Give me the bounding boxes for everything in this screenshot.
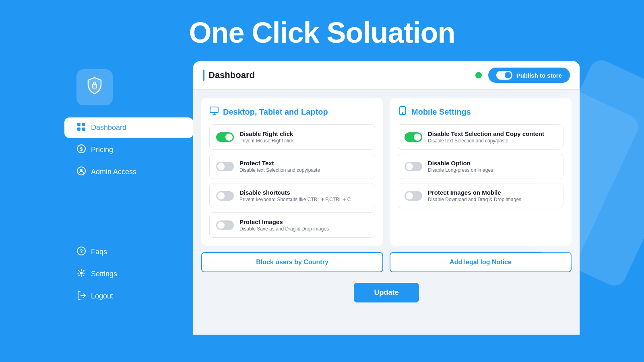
dashboard-icon	[76, 122, 86, 133]
desktop-column: Desktop, Tablet and Laptop Disable Right…	[201, 98, 383, 246]
toggle-disable-right-click[interactable]	[216, 132, 234, 142]
logout-icon	[76, 291, 86, 302]
svg-rect-3	[82, 123, 85, 126]
sidebar-item-admin-access[interactable]: Admin Access	[64, 162, 193, 182]
setting-disable-text-selection: Disable Text Selection and Copy content …	[398, 124, 564, 150]
svg-rect-5	[82, 128, 85, 131]
setting-protect-text: Protect Text Disable text Selection and …	[209, 154, 375, 179]
toggle-protect-images-mobile[interactable]	[405, 191, 422, 201]
publish-toggle-switch	[496, 71, 512, 80]
setting-desc: Privent keyboard Shortcuts like CTRL + P…	[239, 197, 368, 202]
dashboard-title-container: Dashboard	[203, 70, 255, 81]
setting-disable-right-click: Disable Right click Privent Mouse Right …	[209, 124, 375, 150]
logo-box	[76, 69, 113, 105]
setting-info: Disable shortcuts Privent keyboard Short…	[239, 189, 368, 202]
sidebar-item-settings[interactable]: Settings	[64, 264, 193, 284]
toggle-protect-text[interactable]	[216, 162, 234, 171]
setting-name: Disable Text Selection and Copy content	[428, 130, 557, 137]
nav-items: Dashboard $ Pricing	[64, 117, 193, 306]
nav-spacer	[64, 184, 193, 208]
setting-name: Disable shortcuts	[239, 189, 368, 196]
dashboard-header: Dashboard Publish to store	[193, 61, 580, 90]
add-legal-notice-button[interactable]: Add legal log Notice	[390, 252, 572, 272]
setting-info: Disable Text Selection and Copy content …	[428, 130, 557, 144]
setting-desc: Privent Mouse Right click	[239, 138, 368, 144]
svg-point-12	[80, 272, 83, 275]
mobile-column-header: Mobile Settings	[398, 106, 564, 118]
setting-info: Disable Right click Privent Mouse Right …	[239, 130, 368, 144]
svg-rect-4	[77, 128, 80, 131]
setting-protect-images: Protect Images Disable Save as and Drag …	[209, 212, 375, 238]
setting-name: Protect Text	[239, 160, 368, 167]
pricing-icon: $	[76, 144, 86, 155]
toggle-protect-images[interactable]	[216, 220, 234, 230]
status-dot	[475, 72, 482, 78]
setting-name: Protect Images	[239, 218, 368, 225]
desktop-column-header: Desktop, Tablet and Laptop	[209, 106, 375, 118]
setting-info: Protect Text Disable text Selection and …	[239, 160, 368, 173]
shield-icon	[85, 76, 104, 99]
setting-disable-shortcuts: Disable shortcuts Privent keyboard Short…	[209, 183, 375, 208]
sidebar-item-admin-label: Admin Access	[91, 168, 136, 176]
setting-info: Protect Images Disable Save as and Drag …	[239, 218, 368, 232]
faqs-icon: ?	[76, 247, 86, 257]
title-blue-bar	[203, 70, 204, 81]
dashboard-title: Dashboard	[208, 70, 255, 80]
page-title: One Click Soluation	[0, 0, 644, 61]
sidebar-item-pricing-label: Pricing	[91, 146, 113, 154]
settings-icon	[76, 269, 86, 280]
desktop-icon	[209, 106, 219, 118]
publish-label: Publish to store	[516, 72, 562, 79]
bottom-buttons: Block users by Country Add legal log Not…	[201, 252, 572, 272]
publish-to-store-button[interactable]: Publish to store	[488, 68, 570, 83]
sidebar-item-logout-label: Logout	[91, 292, 113, 300]
sidebar-item-pricing[interactable]: $ Pricing	[64, 140, 193, 160]
admin-icon	[76, 167, 86, 177]
setting-desc: Disable Save as and Drag & Drop images	[239, 226, 368, 232]
setting-desc: Disable text Selection and copy/paste	[239, 167, 368, 173]
sidebar-item-faqs-label: Faqs	[91, 248, 107, 256]
toggle-disable-option[interactable]	[405, 162, 422, 171]
svg-rect-2	[77, 123, 80, 126]
sidebar-item-dashboard[interactable]: Dashboard	[64, 117, 193, 138]
toggle-disable-shortcuts[interactable]	[216, 191, 234, 201]
update-button[interactable]: Update	[354, 283, 419, 302]
update-row: Update	[201, 279, 572, 306]
setting-name: Disable Right click	[239, 130, 368, 137]
svg-text:$: $	[80, 146, 83, 152]
header-right: Publish to store	[475, 68, 570, 83]
svg-text:?: ?	[80, 248, 83, 254]
mobile-column-title: Mobile Settings	[411, 107, 471, 117]
desktop-column-title: Desktop, Tablet and Laptop	[223, 107, 328, 117]
svg-point-18	[402, 113, 403, 113]
toggle-disable-text-selection[interactable]	[405, 132, 422, 142]
block-country-button[interactable]: Block users by Country	[201, 252, 383, 272]
svg-rect-14	[210, 107, 218, 113]
sidebar-item-settings-label: Settings	[91, 270, 117, 278]
sidebar-item-faqs[interactable]: ? Faqs	[64, 242, 193, 262]
mobile-icon	[398, 106, 407, 118]
setting-desc: Disable text Selection and copy/paste	[428, 138, 557, 144]
sidebar: Dashboard $ Pricing	[64, 61, 193, 306]
sidebar-item-logout[interactable]: Logout	[64, 286, 193, 306]
sidebar-item-dashboard-label: Dashboard	[91, 123, 126, 132]
